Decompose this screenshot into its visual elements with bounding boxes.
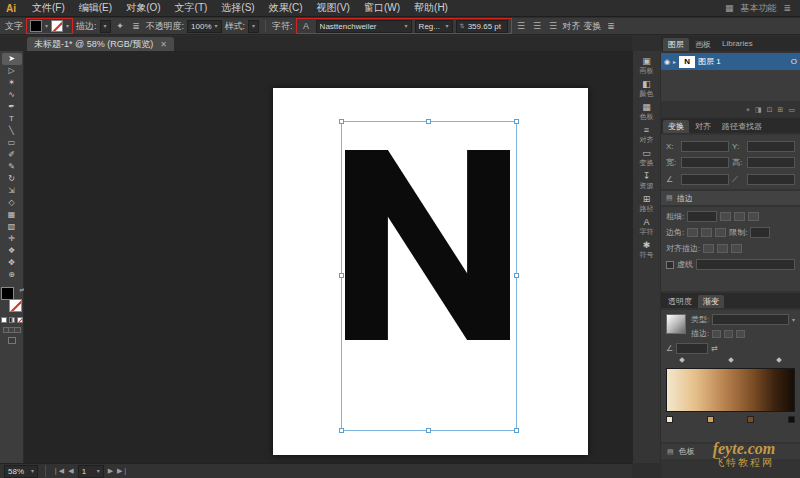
color-button[interactable] — [1, 317, 7, 323]
gradient-stop[interactable] — [747, 416, 754, 423]
align-left-icon[interactable]: ☰ — [515, 20, 528, 33]
cap-butt-button[interactable] — [720, 212, 731, 221]
menu-item[interactable]: 文字(T) — [168, 1, 215, 15]
stroke-weight-panel-field[interactable] — [687, 211, 717, 222]
align-panel-icon[interactable]: ≡ 对齐 — [634, 124, 660, 145]
style-field[interactable]: ▾ — [248, 20, 259, 33]
pencil-tool[interactable]: ✎ — [2, 161, 22, 173]
selection-handle[interactable] — [514, 428, 519, 433]
character-panel-icon[interactable]: A 字符 — [634, 216, 660, 237]
reverse-gradient-icon[interactable]: ⇄ — [711, 344, 718, 353]
color-panel-icon[interactable]: ◧ 颜色 — [634, 78, 660, 99]
menu-item[interactable]: 选择(S) — [214, 1, 261, 15]
layer-name[interactable]: 图层 1 — [698, 56, 721, 67]
last-artboard-icon[interactable]: ▶❘ — [117, 467, 128, 475]
menu-item[interactable]: 窗口(W) — [357, 1, 407, 15]
fill-stroke-control[interactable]: ⇄ — [1, 287, 23, 313]
gradient-stop[interactable] — [666, 416, 673, 423]
artboard-nav-select[interactable]: 1 ▾ — [78, 465, 104, 478]
magic-wand-tool[interactable]: ✶ — [2, 77, 22, 89]
pathfinder-panel-icon[interactable]: ⊞ 路径 — [634, 193, 660, 214]
shear-field[interactable] — [747, 174, 795, 185]
canvas[interactable] — [24, 51, 632, 463]
none-button[interactable] — [17, 317, 23, 323]
tab-transparency[interactable]: 透明度 — [663, 295, 697, 308]
new-layer-icon[interactable]: ⊞ — [778, 106, 784, 114]
layer-row[interactable]: ◉ ▸ N 图层 1 O — [661, 53, 800, 70]
gradient-stroke-across-button[interactable] — [736, 330, 745, 338]
menu-item[interactable]: 视图(V) — [310, 1, 357, 15]
stroke-proxy-swatch[interactable] — [9, 299, 22, 312]
font-style-caret-icon[interactable]: ▾ — [446, 23, 449, 29]
fill-color-swatch[interactable] — [30, 20, 42, 32]
artboard-nav-caret-icon[interactable]: ▾ — [97, 468, 100, 474]
symbols-panel-icon[interactable]: ✱ 符号 — [634, 239, 660, 260]
align-stroke-inside-button[interactable] — [717, 244, 728, 253]
gradient-ramp[interactable] — [666, 368, 795, 412]
stroke-panel-header[interactable]: ▤ 描边 — [661, 191, 800, 205]
style-caret-icon[interactable]: ▾ — [252, 23, 255, 29]
transform-panel-icon[interactable]: ▭ 变换 — [634, 147, 660, 168]
menu-icon[interactable]: ≣ — [783, 3, 791, 13]
font-size-stepper[interactable]: ⇅ 359.65 pt — [456, 20, 508, 33]
cap-projecting-button[interactable] — [748, 212, 759, 221]
align-button[interactable]: 对齐 — [563, 20, 581, 33]
gradient-stroke-within-button[interactable] — [712, 330, 721, 338]
hand-tool[interactable]: ✥ — [2, 257, 22, 269]
font-family-select[interactable]: Nasttenchweiler ▾ — [316, 20, 412, 33]
rotate-field[interactable] — [681, 174, 729, 185]
close-tab-icon[interactable]: ✕ — [160, 40, 167, 49]
menu-item[interactable]: 编辑(E) — [72, 1, 119, 15]
layer-visibility-icon[interactable]: ◉ — [664, 58, 670, 66]
opacity-field[interactable]: 100% ▾ — [187, 20, 221, 33]
stroke-color-swatch[interactable] — [51, 20, 63, 32]
height-field[interactable] — [747, 157, 795, 168]
zoom-tool[interactable]: ⊕ — [2, 269, 22, 281]
first-artboard-icon[interactable]: ❘◀ — [53, 467, 64, 475]
swatches-panel-icon[interactable]: ▦ 色板 — [634, 101, 660, 122]
font-style-select[interactable]: Reg... ▾ — [415, 20, 453, 33]
scale-tool[interactable]: ⇲ — [2, 185, 22, 197]
opacity-caret-icon[interactable]: ▾ — [215, 23, 218, 29]
align-stroke-outside-button[interactable] — [731, 244, 742, 253]
next-artboard-icon[interactable]: ▶ — [108, 467, 113, 475]
panel-menu-icon[interactable]: ≣ — [605, 20, 618, 33]
new-sublayer-icon[interactable]: ⊡ — [767, 106, 773, 114]
tab-libraries[interactable]: Libraries — [717, 38, 758, 51]
gradient-preview-swatch[interactable] — [666, 314, 686, 334]
tab-artboards[interactable]: 画板 — [690, 38, 716, 51]
layer-target-icon[interactable]: O — [791, 57, 797, 66]
export-panel-icon[interactable]: ↧ 资源 — [634, 170, 660, 191]
menu-item[interactable]: 效果(C) — [262, 1, 310, 15]
screen-mode-button[interactable] — [8, 337, 16, 344]
tab-layers[interactable]: 图层 — [663, 38, 689, 51]
eyedropper-tool[interactable]: ✛ — [2, 233, 22, 245]
paintbrush-tool[interactable]: ✐ — [2, 149, 22, 161]
corner-bevel-button[interactable] — [715, 228, 726, 237]
artboards-panel-icon[interactable]: ▣ 画板 — [634, 55, 660, 76]
gradient-stop[interactable] — [788, 416, 795, 423]
corner-miter-button[interactable] — [687, 228, 698, 237]
stroke-weight-field[interactable]: ▾ — [100, 20, 111, 33]
gradient-tool[interactable]: ▧ — [2, 221, 22, 233]
transform-button[interactable]: 变换 — [584, 20, 602, 33]
gradient-angle-field[interactable] — [676, 343, 708, 354]
selection-handle[interactable] — [514, 273, 519, 278]
align-center-icon[interactable]: ☰ — [531, 20, 544, 33]
prev-artboard-icon[interactable]: ◀ — [68, 467, 73, 475]
type-tool[interactable]: T — [2, 113, 22, 125]
gradient-type-select[interactable] — [712, 314, 789, 325]
width-field[interactable] — [681, 157, 729, 168]
line-segment-tool[interactable]: ╲ — [2, 125, 22, 137]
cap-round-button[interactable] — [734, 212, 745, 221]
gradient-midpoint-handle[interactable] — [776, 357, 782, 363]
tab-align[interactable]: 对齐 — [690, 120, 716, 133]
gradient-midpoint-handle[interactable] — [728, 357, 734, 363]
delete-layer-icon[interactable]: ▭ — [788, 106, 795, 114]
selection-handle[interactable] — [339, 119, 344, 124]
direct-selection-tool[interactable]: ▷ — [2, 65, 22, 77]
brush-definition-icon[interactable]: ✦ — [114, 20, 127, 33]
mesh-tool[interactable]: ▦ — [2, 209, 22, 221]
selection-handle[interactable] — [339, 273, 344, 278]
lasso-tool[interactable]: ∿ — [2, 89, 22, 101]
